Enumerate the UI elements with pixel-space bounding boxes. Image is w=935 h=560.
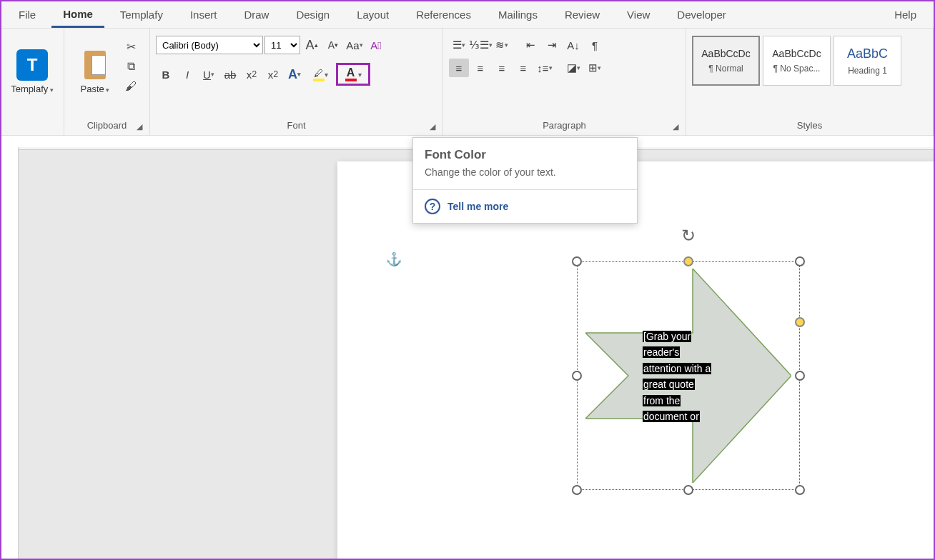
tab-file[interactable]: File: [7, 3, 47, 26]
paragraph-dialog-launcher[interactable]: ◢: [673, 122, 683, 132]
justify-button[interactable]: ≡: [513, 59, 533, 77]
clipboard-dialog-launcher[interactable]: ◢: [137, 122, 147, 132]
tab-design[interactable]: Design: [285, 3, 341, 26]
font-color-dropdown-icon[interactable]: ▾: [358, 71, 362, 79]
align-left-button[interactable]: ≡: [449, 59, 469, 77]
tab-templafy[interactable]: Templafy: [109, 3, 174, 26]
group-clipboard: Paste ✂ ⧉ 🖌 Clipboard ◢: [64, 29, 150, 135]
ribbon: T Templafy Paste ✂ ⧉ 🖌 Clipboard ◢ Calib…: [1, 29, 934, 136]
group-styles: AaBbCcDc¶ Normal AaBbCcDc¶ No Spac... Aa…: [686, 29, 934, 135]
multilevel-list-button[interactable]: ≋: [492, 36, 512, 54]
font-color-tooltip: Font Color Change the color of your text…: [412, 137, 638, 224]
handle-ml[interactable]: [572, 371, 582, 381]
strikethrough-button[interactable]: ab: [220, 65, 240, 84]
underline-button[interactable]: U: [199, 65, 219, 84]
tab-developer[interactable]: Developer: [666, 3, 737, 26]
text-effects-button[interactable]: A: [285, 65, 305, 84]
align-center-button[interactable]: ≡: [470, 59, 490, 77]
increase-indent-button[interactable]: ⇥: [542, 36, 562, 54]
rotate-handle-icon[interactable]: ↻: [681, 226, 696, 246]
tab-mailings[interactable]: Mailings: [487, 3, 549, 26]
tab-review[interactable]: Review: [553, 3, 611, 26]
tooltip-title: Font Color: [413, 138, 637, 166]
italic-button[interactable]: I: [177, 65, 197, 84]
borders-button[interactable]: ⊞: [585, 59, 605, 77]
copy-icon[interactable]: ⧉: [123, 59, 139, 74]
handle-br[interactable]: [795, 485, 805, 495]
templafy-button[interactable]: T Templafy: [7, 36, 57, 107]
format-painter-icon[interactable]: 🖌: [123, 79, 139, 94]
tab-home[interactable]: Home: [51, 2, 104, 28]
decrease-indent-button[interactable]: ⇤: [520, 36, 540, 54]
help-icon: ?: [425, 199, 440, 214]
ribbon-tabs: File Home Templafy Insert Draw Design La…: [1, 1, 934, 29]
clear-formatting-icon[interactable]: A⃠: [366, 36, 386, 54]
font-color-button[interactable]: A ▾: [336, 63, 370, 86]
bold-button[interactable]: B: [156, 65, 176, 84]
handle-mr[interactable]: [795, 371, 805, 381]
tab-help[interactable]: Help: [883, 3, 928, 26]
style-no-spacing[interactable]: AaBbCcDc¶ No Spac...: [763, 36, 831, 86]
paste-label: Paste: [81, 84, 110, 94]
highlight-button[interactable]: 🖊▾: [306, 65, 335, 84]
vertical-ruler[interactable]: [1, 147, 19, 559]
decrease-font-icon[interactable]: A▾: [323, 36, 343, 54]
paragraph-group-label: Paragraph: [449, 120, 680, 134]
handle-adjust[interactable]: [795, 317, 805, 327]
clipboard-group-label: Clipboard: [70, 120, 144, 134]
templafy-label: Templafy: [11, 84, 54, 94]
templafy-icon: T: [16, 49, 48, 81]
change-case-icon[interactable]: Aa: [345, 36, 365, 54]
show-marks-button[interactable]: ¶: [585, 36, 605, 54]
style-normal[interactable]: AaBbCcDc¶ Normal: [692, 36, 760, 86]
shading-button[interactable]: ◪: [563, 59, 583, 77]
anchor-icon: ⚓: [386, 251, 402, 267]
handle-bl[interactable]: [572, 485, 582, 495]
tell-me-more-link[interactable]: ? Tell me more: [413, 190, 637, 223]
group-font: Calibri (Body) 11 A▴ A▾ Aa A⃠ B I U ab x…: [150, 29, 443, 135]
tab-draw[interactable]: Draw: [232, 3, 280, 26]
handle-tr[interactable]: [795, 256, 805, 266]
font-dialog-launcher[interactable]: ◢: [430, 122, 440, 132]
bullets-button[interactable]: ☰: [449, 36, 469, 54]
font-group-label: Font: [156, 120, 437, 134]
font-color-swatch: [345, 79, 357, 81]
tab-layout[interactable]: Layout: [345, 3, 400, 26]
shape-selection[interactable]: ↻ [Grab your reader's attention with a g…: [577, 261, 800, 490]
cut-icon[interactable]: ✂: [123, 39, 139, 54]
handle-tl[interactable]: [572, 256, 582, 266]
handle-bm[interactable]: [683, 485, 693, 495]
subscript-button[interactable]: x2: [242, 65, 262, 84]
tab-view[interactable]: View: [615, 3, 661, 26]
handle-tm[interactable]: [683, 256, 693, 266]
group-paragraph: ☰ ⅓☰ ≋ ⇤ ⇥ A↓ ¶ ≡ ≡ ≡ ≡ ↕≡ ◪ ⊞ Paragraph…: [443, 29, 686, 135]
line-spacing-button[interactable]: ↕≡: [535, 59, 555, 77]
sort-button[interactable]: A↓: [563, 36, 583, 54]
tab-insert[interactable]: Insert: [179, 3, 229, 26]
styles-group-label: Styles: [692, 120, 927, 134]
tab-references[interactable]: References: [405, 3, 483, 26]
font-size-select[interactable]: 11: [264, 36, 300, 54]
group-templafy: T Templafy: [1, 29, 64, 135]
tooltip-description: Change the color of your text.: [413, 166, 637, 189]
font-family-select[interactable]: Calibri (Body): [156, 36, 263, 54]
numbering-button[interactable]: ⅓☰: [470, 36, 490, 54]
shape-text[interactable]: [Grab your reader's attention with a gre…: [643, 329, 736, 424]
style-heading1[interactable]: AaBbCHeading 1: [833, 36, 901, 86]
paste-button[interactable]: Paste: [70, 36, 120, 107]
align-right-button[interactable]: ≡: [492, 59, 512, 77]
increase-font-icon[interactable]: A▴: [302, 36, 322, 54]
superscript-button[interactable]: x2: [263, 65, 283, 84]
clipboard-icon: [81, 49, 109, 81]
